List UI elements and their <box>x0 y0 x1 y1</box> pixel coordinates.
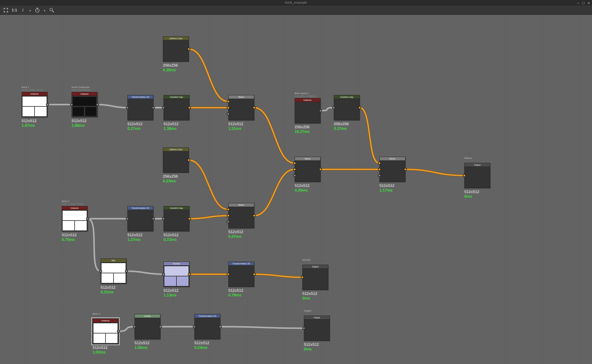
node-preview <box>101 263 126 283</box>
node-blend-4[interactable]: Blend 512x512 0.47ms <box>228 203 254 239</box>
output-port[interactable] <box>188 273 191 276</box>
info-dropdown-icon[interactable]: ▼ <box>29 8 31 12</box>
output-port[interactable] <box>86 217 89 220</box>
input-port[interactable] <box>463 174 466 177</box>
node-blend-2[interactable]: Blend 512x512 4.35ms <box>295 157 321 192</box>
node-header: Blend <box>229 95 254 99</box>
input-port[interactable] <box>378 162 381 165</box>
output-port[interactable] <box>159 325 162 328</box>
node-time: 1.56ms <box>135 345 160 350</box>
node-normal[interactable]: Normal 512x512 1.13ms <box>164 262 189 297</box>
timer-icon[interactable] <box>34 7 41 14</box>
node-instance-bnw[interactable]: BnW Spots 1bnw_spots_1/hdge/pk... Instan… <box>295 92 321 134</box>
input-port[interactable] <box>293 168 296 171</box>
node-transform2d-3[interactable]: Transformation 2D 512x512 0.79ms <box>228 262 254 297</box>
node-graph-canvas[interactable]: Uniform Color 256x256 0.26ms Brick 1bric… <box>0 15 592 364</box>
output-port[interactable] <box>253 106 256 109</box>
output-port[interactable] <box>253 214 256 217</box>
output-port[interactable] <box>152 217 155 220</box>
output-port[interactable] <box>46 103 49 106</box>
input-port[interactable] <box>227 214 230 217</box>
node-blend-3[interactable]: Blend 512x512 1.17ms <box>379 157 405 192</box>
node-output-normal[interactable]: Normal Output 512x512 0ms <box>302 259 328 300</box>
node-preview <box>164 210 189 231</box>
node-output-diffuse[interactable]: Diffuse Output 512x512 0ms <box>464 157 490 199</box>
node-levels[interactable]: Levels 512x512 1.56ms <box>135 314 160 350</box>
close-icon[interactable]: ✕ <box>587 1 590 6</box>
input-port[interactable] <box>70 103 73 106</box>
node-blend-1[interactable]: Blend 512x512 1.51ms <box>228 95 254 131</box>
input-port[interactable] <box>227 273 230 276</box>
output-port[interactable] <box>125 270 128 273</box>
input-port[interactable] <box>302 327 305 330</box>
input-port[interactable] <box>133 325 136 328</box>
node-resolution: 512x512 <box>304 342 330 347</box>
output-port[interactable] <box>152 106 155 109</box>
input-port[interactable] <box>227 100 230 103</box>
node-instance-invert[interactable]: Invert Grayscaleinvert_grayscale/pk... I… <box>72 86 97 128</box>
actual-size-button[interactable]: 1:1 <box>12 7 17 14</box>
node-gradientmap-3[interactable]: Gradient map 512x512 0.72ms <box>164 206 189 242</box>
output-port[interactable] <box>219 325 222 328</box>
output-port[interactable] <box>319 109 322 112</box>
info-icon[interactable]: i <box>19 7 26 14</box>
input-port[interactable] <box>193 325 196 328</box>
node-gradientmap-1[interactable]: Gradient map 512x512 1.38ms <box>164 95 189 131</box>
input-port[interactable] <box>301 276 304 279</box>
node-preview <box>163 40 188 61</box>
node-instance-brick3[interactable]: Brick 3brick2_1/hdge-r1/brick... Instanc… <box>62 200 88 242</box>
minimize-icon[interactable]: ─ <box>577 1 579 6</box>
node-instance-brick3b[interactable]: Brick 3 Instance 512x512 1.02ms <box>93 312 118 354</box>
input-port[interactable] <box>378 168 381 171</box>
input-port[interactable] <box>227 106 230 109</box>
node-transform2d-1[interactable]: Transformation 2D 512x512 0.27ms <box>127 95 153 131</box>
input-port[interactable] <box>99 270 102 273</box>
node-time: 0.79ms <box>228 293 254 297</box>
node-preview <box>128 210 153 231</box>
node-transform2d-2[interactable]: Transformation 2D 512x512 1.27ms <box>127 206 153 242</box>
maximize-icon[interactable]: ☐ <box>582 1 585 6</box>
node-blur[interactable]: Blur 512x512 0.31ms <box>101 259 126 294</box>
output-port[interactable] <box>187 159 190 162</box>
node-resolution: 512x512 <box>164 122 189 126</box>
input-port[interactable] <box>293 174 296 177</box>
output-port[interactable] <box>253 273 256 276</box>
node-header: Blend <box>229 203 254 207</box>
node-resolution: 256x256 <box>163 63 189 68</box>
input-port[interactable] <box>227 112 230 115</box>
input-port[interactable] <box>293 162 296 165</box>
node-header: Blur <box>101 259 126 263</box>
node-preview <box>164 266 189 287</box>
output-port[interactable] <box>117 330 120 333</box>
output-port[interactable] <box>96 103 99 106</box>
input-port[interactable] <box>332 106 335 109</box>
input-port[interactable] <box>227 208 230 211</box>
input-port[interactable] <box>227 220 230 223</box>
input-port[interactable] <box>126 217 129 220</box>
input-port[interactable] <box>126 106 129 109</box>
search-icon[interactable] <box>48 7 55 14</box>
input-port[interactable] <box>162 106 165 109</box>
node-resolution: 512x512 <box>228 230 254 234</box>
node-preview <box>295 102 320 123</box>
output-port[interactable] <box>188 106 191 109</box>
output-port[interactable] <box>187 48 190 51</box>
output-port[interactable] <box>404 168 407 171</box>
input-port[interactable] <box>162 217 165 220</box>
node-instance-brick1[interactable]: Brick 1brick2_1/hdge-r1/brick... Instanc… <box>22 86 48 128</box>
input-port[interactable] <box>162 273 165 276</box>
input-port[interactable] <box>378 174 381 177</box>
node-gradientmap-2[interactable]: Gradient map 256x256 0.27ms <box>334 95 360 131</box>
output-port[interactable] <box>358 106 361 109</box>
output-port[interactable] <box>319 168 322 171</box>
fit-view-icon[interactable] <box>2 7 9 14</box>
node-uniform-color-2[interactable]: Uniform Color 256x256 0.23ms <box>163 147 189 183</box>
node-transform2d-4[interactable]: Transformation 2D 512x512 0.24ms <box>194 314 220 350</box>
graph-toolbar: 1:1 i ▼ ▼ <box>0 6 592 15</box>
node-uniform-color-1[interactable]: Uniform Color 256x256 0.26ms <box>163 36 189 72</box>
timer-dropdown-icon[interactable]: ▼ <box>43 8 46 12</box>
node-output-3[interactable]: Output Output 512x512 0ms <box>304 309 330 351</box>
output-port[interactable] <box>188 217 191 220</box>
node-header: Transformation 2D <box>229 262 254 266</box>
node-time: 4.35ms <box>295 188 321 192</box>
